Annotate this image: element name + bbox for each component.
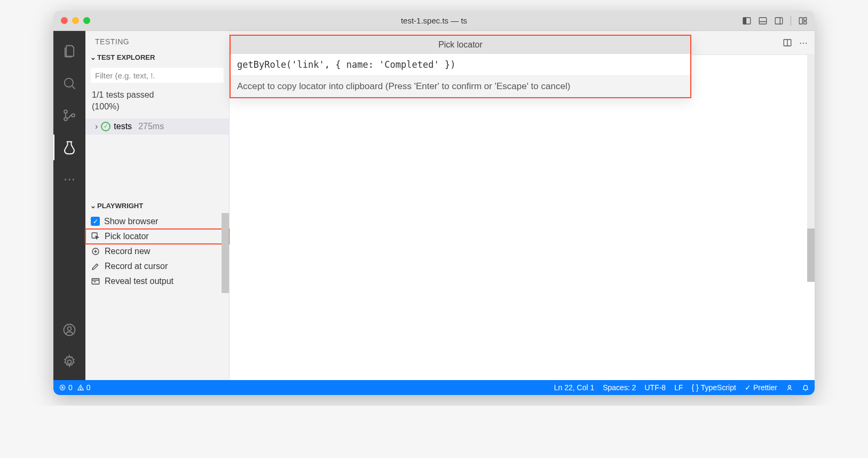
- window-title: test-1.spec.ts — ts: [401, 16, 467, 25]
- titlebar: test-1.spec.ts — ts: [53, 11, 815, 31]
- minimize-window-icon[interactable]: [72, 17, 79, 24]
- editor-actions: ⋯: [782, 37, 815, 49]
- status-language-label: TypeScript: [701, 383, 736, 392]
- pick-locator-quickinput: Pick locator getByRole('link', { name: '…: [230, 35, 691, 98]
- playwright-items: ✓ Show browser Pick locator Record new: [85, 213, 229, 293]
- status-prettier-label: Prettier: [753, 383, 777, 392]
- quickinput-hint: Accept to copy locator into clipboard (P…: [231, 76, 690, 97]
- playwright-item-label: Record new: [105, 247, 150, 256]
- more-activity-icon[interactable]: ⋯: [53, 163, 85, 195]
- activity-bar-bottom: [53, 314, 85, 380]
- customize-layout-icon[interactable]: [796, 14, 809, 27]
- svg-point-32: [788, 385, 791, 388]
- svg-point-16: [68, 327, 72, 330]
- status-errors[interactable]: 0: [59, 383, 73, 392]
- test-explorer-header[interactable]: ⌄ TEST EXPLORER: [85, 50, 229, 65]
- source-control-activity-icon[interactable]: [53, 99, 85, 131]
- test-name: tests: [114, 122, 132, 131]
- accounts-activity-icon[interactable]: [53, 314, 85, 346]
- testing-activity-icon[interactable]: [53, 131, 85, 163]
- quickinput-value[interactable]: getByRole('link', { name: 'Completed' }): [231, 54, 690, 76]
- playwright-show-browser[interactable]: ✓ Show browser: [85, 214, 229, 229]
- playwright-item-label: Record at cursor: [105, 262, 168, 271]
- status-language[interactable]: { } TypeScript: [691, 383, 736, 392]
- toggle-primary-sidebar-icon[interactable]: [740, 14, 753, 27]
- tests-status-line1: 1/1 tests passed: [92, 89, 223, 101]
- status-spaces[interactable]: Spaces: 2: [603, 383, 636, 392]
- titlebar-layout-controls: [740, 14, 809, 27]
- toggle-secondary-sidebar-icon[interactable]: [772, 14, 785, 27]
- plus-circle-icon: [91, 247, 100, 256]
- maximize-window-icon[interactable]: [83, 17, 90, 24]
- activity-bar: ⋯: [53, 31, 85, 380]
- tests-status: 1/1 tests passed (100%): [85, 86, 229, 119]
- toggle-panel-icon[interactable]: [756, 14, 769, 27]
- braces-icon: { }: [691, 383, 698, 392]
- playwright-pick-locator[interactable]: Pick locator: [85, 229, 229, 244]
- split-editor-icon[interactable]: [782, 37, 793, 49]
- scrollbar-thumb[interactable]: [807, 228, 815, 282]
- status-prettier[interactable]: ✓ Prettier: [745, 383, 777, 392]
- svg-point-11: [64, 110, 67, 113]
- status-feedback-icon[interactable]: [786, 384, 793, 391]
- svg-rect-6: [799, 18, 802, 24]
- svg-rect-1: [743, 18, 746, 24]
- status-encoding[interactable]: UTF-8: [644, 383, 666, 392]
- svg-rect-22: [92, 279, 99, 285]
- pass-icon: ✓: [101, 122, 111, 131]
- test-duration: 275ms: [138, 122, 164, 131]
- status-bar: 0 0 Ln 22, Col 1 Spaces: 2 UTF-8 LF { } …: [53, 380, 815, 395]
- status-warnings[interactable]: 0: [77, 383, 91, 392]
- playwright-item-label: Pick locator: [105, 232, 149, 241]
- svg-point-12: [64, 117, 67, 121]
- svg-line-10: [72, 86, 75, 89]
- terminal-icon: [91, 277, 100, 286]
- svg-rect-7: [804, 18, 807, 20]
- status-cursor[interactable]: Ln 22, Col 1: [554, 383, 595, 392]
- svg-rect-2: [759, 18, 767, 24]
- playwright-item-label: Show browser: [104, 217, 158, 226]
- traffic-lights: [53, 17, 90, 24]
- inspect-icon: [91, 232, 100, 241]
- test-explorer-label: TEST EXPLORER: [97, 53, 155, 61]
- playwright-reveal-output[interactable]: Reveal test output: [85, 274, 229, 289]
- status-eol[interactable]: LF: [674, 383, 683, 392]
- divider: [791, 16, 791, 26]
- svg-point-9: [65, 78, 73, 87]
- tests-status-line2: (100%): [92, 101, 223, 113]
- checkbox-checked-icon[interactable]: ✓: [91, 217, 100, 226]
- test-filter-input[interactable]: [91, 68, 224, 83]
- editor-body[interactable]: [230, 55, 815, 380]
- close-window-icon[interactable]: [61, 17, 68, 24]
- status-warnings-count: 0: [86, 383, 91, 392]
- status-bell-icon[interactable]: [802, 384, 809, 391]
- playwright-header[interactable]: ⌄ PLAYWRIGHT: [85, 199, 229, 213]
- playwright-record-new[interactable]: Record new: [85, 244, 229, 259]
- playwright-label: PLAYWRIGHT: [97, 202, 143, 210]
- search-activity-icon[interactable]: [53, 67, 85, 99]
- settings-activity-icon[interactable]: [53, 346, 85, 378]
- explorer-activity-icon[interactable]: [53, 35, 85, 67]
- svg-point-31: [80, 389, 81, 389]
- check-icon: ✓: [745, 383, 751, 392]
- sidebar-scrollbar-thumb[interactable]: [222, 213, 229, 293]
- testing-sidebar: TESTING ⌄ TEST EXPLORER 1/1 tests passed…: [85, 31, 230, 380]
- chevron-down-icon: ⌄: [89, 202, 97, 210]
- chevron-down-icon: ⌄: [89, 53, 97, 61]
- minimap[interactable]: [807, 55, 815, 250]
- svg-point-13: [72, 114, 75, 117]
- more-actions-icon[interactable]: ⋯: [798, 37, 809, 49]
- vscode-window: test-1.spec.ts — ts: [53, 11, 815, 395]
- svg-rect-4: [775, 18, 783, 24]
- test-tree-item[interactable]: › ✓ tests 275ms: [85, 119, 229, 135]
- edit-icon: [91, 262, 100, 271]
- playwright-record-at-cursor[interactable]: Record at cursor: [85, 259, 229, 274]
- chevron-right-icon: ›: [95, 122, 98, 131]
- svg-rect-8: [804, 21, 807, 24]
- playwright-item-label: Reveal test output: [105, 277, 173, 286]
- status-errors-count: 0: [68, 383, 73, 392]
- sidebar-title: TESTING: [85, 31, 229, 50]
- svg-point-17: [68, 360, 72, 364]
- quickinput-title: Pick locator: [231, 36, 690, 54]
